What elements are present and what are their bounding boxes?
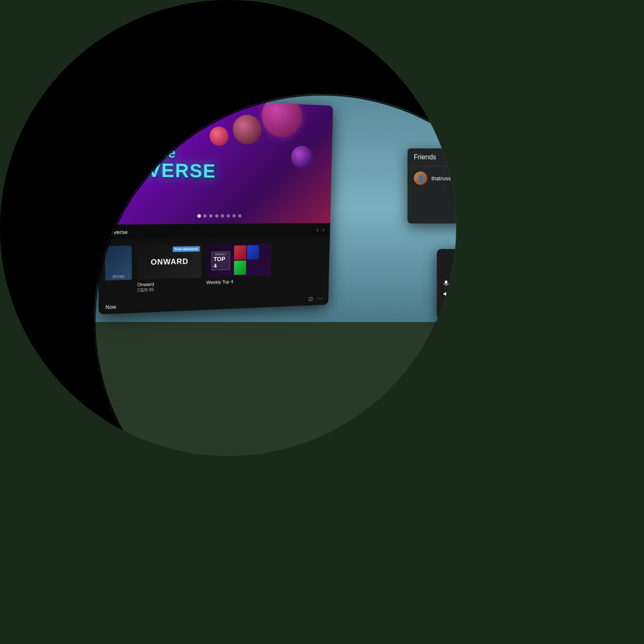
audio-bottom-icons xyxy=(443,304,456,313)
onward-thumbnail: Free Weekend Onward xyxy=(137,244,202,280)
echo-thumbnail: ECHO xyxy=(105,246,132,280)
hero-title-line2: saves the xyxy=(111,144,216,161)
dot-7[interactable] xyxy=(232,214,236,218)
store-now-label: Now xyxy=(105,304,116,310)
game-card-weekly-top4[interactable]: WEEKLY TOP 4 Weekly Top 4 xyxy=(206,243,271,285)
store-bottom-icons: ⊡ — xyxy=(308,295,322,302)
friend-avatar-initial: 👤 xyxy=(417,175,424,182)
weekly-mini-thumb-2 xyxy=(247,245,259,260)
weekly-game-thumbs xyxy=(234,245,268,275)
microphone-slider-row xyxy=(443,280,456,288)
friends-header: Friends › xyxy=(408,148,456,166)
dot-2[interactable] xyxy=(203,214,207,218)
friends-empty-area xyxy=(408,190,456,223)
svg-point-10 xyxy=(446,307,447,309)
store-hero-banner[interactable]: Trover saves the UNIVeRSE xyxy=(96,95,333,225)
svg-marker-9 xyxy=(444,292,446,296)
microphone-icon xyxy=(443,280,450,288)
weekly-game-name: Weekly Top 4 xyxy=(206,278,271,285)
speaker-track[interactable] xyxy=(453,294,456,296)
hero-title-line3: UNIVeRSE xyxy=(111,158,216,182)
weekly-top-label: WEEKLY TOP 4 xyxy=(211,251,230,270)
dot-5[interactable] xyxy=(221,214,224,218)
game-card-onward[interactable]: Free Weekend Onward Onward C$28.99 xyxy=(137,244,202,293)
free-weekend-badge: Free Weekend xyxy=(173,246,200,252)
game-card-echo[interactable]: ECHO xyxy=(105,246,132,280)
store-nav-arrows: ‹ › xyxy=(317,226,325,234)
page-root: Trover saves the UNIVeRSE Universe xyxy=(0,0,456,456)
svg-rect-7 xyxy=(445,280,447,284)
speaker-icon xyxy=(443,291,450,299)
speaker-slider-row xyxy=(443,291,456,299)
friends-title: Friends xyxy=(414,153,436,161)
audio-settings-icon[interactable] xyxy=(443,304,450,313)
store-games-row: ECHO Free Weekend Onward Onward C$28.99 xyxy=(98,236,330,300)
dot-1[interactable] xyxy=(197,214,201,218)
planet-3 xyxy=(291,145,313,169)
store-nav-label: Universe xyxy=(104,229,127,235)
hero-title-line1: Trover xyxy=(110,123,216,147)
store-panel[interactable]: Trover saves the UNIVeRSE Universe xyxy=(96,95,333,314)
planet-2 xyxy=(233,114,262,145)
dot-8[interactable] xyxy=(238,214,242,218)
weekly-thumbnail: WEEKLY TOP 4 xyxy=(206,243,271,277)
weekly-badge: WEEKLY TOP 4 xyxy=(210,249,231,272)
friends-list-item[interactable]: 👤 thatrussellholly xyxy=(408,166,456,190)
weekly-mini-thumb-3 xyxy=(234,260,246,275)
hand-svg xyxy=(341,403,456,456)
onward-price: C$28.99 xyxy=(137,286,201,293)
store-close-icon[interactable]: — xyxy=(317,295,323,302)
echo-label: ECHO xyxy=(106,274,131,279)
weekly-mini-thumb-1 xyxy=(234,245,246,260)
friends-panel[interactable]: Friends › 👤 thatrussellholly xyxy=(408,148,456,223)
store-minimize-icon[interactable]: ⊡ xyxy=(308,296,313,302)
dot-3[interactable] xyxy=(209,214,213,218)
microphone-track[interactable] xyxy=(453,283,456,285)
nav-arrow-left[interactable]: ‹ xyxy=(317,226,319,234)
dot-4[interactable] xyxy=(215,214,218,218)
audio-icons-row xyxy=(443,255,456,273)
hero-carousel-dots xyxy=(197,214,242,218)
nav-arrow-right[interactable]: › xyxy=(322,226,325,234)
weekly-num-text: TOP 4 xyxy=(213,255,228,269)
speaker-fill xyxy=(453,294,456,296)
vr-hand xyxy=(341,403,456,456)
vr-scene: Trover saves the UNIVeRSE Universe xyxy=(94,94,456,456)
audio-panel[interactable] xyxy=(437,249,456,319)
microphone-fill xyxy=(453,283,456,285)
friend-username: thatrussellholly xyxy=(431,175,456,182)
friend-avatar: 👤 xyxy=(414,171,427,185)
dot-6[interactable] xyxy=(227,214,230,218)
onward-title: Onward xyxy=(151,257,188,267)
hero-title-block: Trover saves the UNIVeRSE xyxy=(110,123,216,182)
